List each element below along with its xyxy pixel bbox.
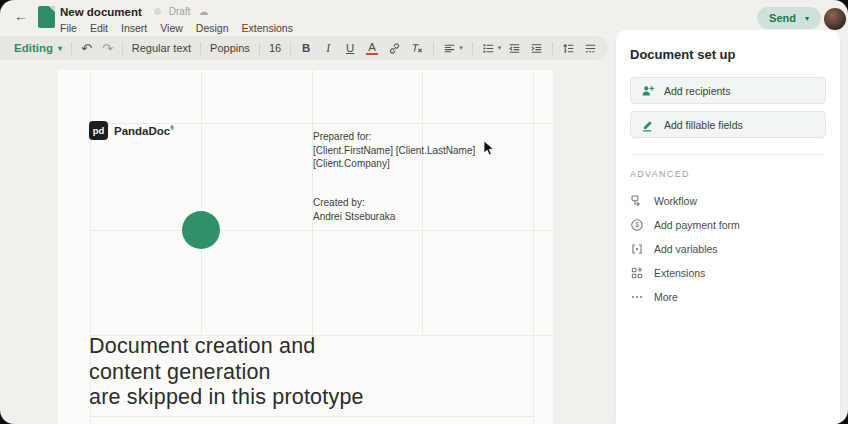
headline-line-3: are skipped in this prototype [89, 385, 364, 411]
cloud-saved-icon: ☁ [198, 7, 208, 17]
menu-design[interactable]: Design [196, 22, 229, 34]
toolbar-divider [122, 42, 123, 55]
status-dot-icon [154, 8, 161, 15]
panel-divider [630, 154, 826, 155]
registered-mark: ® [170, 125, 174, 131]
menu-bar: File Edit Insert View Design Extensions [60, 22, 293, 34]
created-by-label: Created by: [313, 196, 395, 210]
add-recipients-label: Add recipients [664, 85, 731, 97]
list-dropdown[interactable]: ▾ [482, 42, 502, 55]
indent-icon[interactable] [530, 42, 543, 55]
add-recipients-button[interactable]: Add recipients [630, 77, 826, 104]
mouse-cursor-icon [483, 141, 494, 160]
document-page[interactable]: pd PandaDoc® Prepared for: [Client.First… [58, 70, 553, 424]
app-window: ← New document Draft ☁ File Edit Insert … [0, 0, 848, 424]
undo-icon[interactable]: ↶ [81, 41, 92, 56]
more-label: More [654, 291, 678, 303]
toolbar-divider [200, 42, 201, 55]
panel-title: Document set up [630, 47, 826, 62]
workflow-item[interactable]: Workflow [630, 189, 826, 213]
client-company-variable: [Client.Company] [313, 157, 475, 171]
more-icon [630, 290, 644, 304]
extensions-item[interactable]: Extensions [630, 261, 826, 285]
toolbar-divider [472, 42, 473, 55]
bold-button[interactable]: B [300, 42, 312, 54]
menu-file[interactable]: File [60, 22, 77, 34]
workflow-label: Workflow [654, 195, 697, 207]
user-avatar[interactable] [824, 8, 846, 30]
toolbar-divider [552, 42, 553, 55]
back-icon[interactable]: ← [14, 8, 28, 24]
send-chevron-down-icon[interactable]: ▾ [805, 14, 809, 23]
send-button[interactable]: Send ▾ [757, 7, 821, 29]
line-spacing-icon[interactable] [562, 42, 575, 55]
document-icon [38, 6, 55, 28]
headline-text[interactable]: Document creation and content generation… [89, 334, 364, 411]
prepared-for-label: Prepared for: [313, 130, 475, 144]
title-area: New document Draft ☁ File Edit Insert Vi… [60, 5, 293, 34]
pandadoc-logo[interactable]: pd PandaDoc® [89, 121, 174, 140]
menu-edit[interactable]: Edit [90, 22, 108, 34]
extensions-label: Extensions [654, 267, 705, 279]
add-recipients-icon [641, 84, 655, 98]
add-variables-item[interactable]: Add variables [630, 237, 826, 261]
extensions-icon [630, 266, 644, 280]
more-item[interactable]: More [630, 285, 826, 309]
font-family-dropdown[interactable]: Poppins [210, 42, 250, 54]
add-variables-label: Add variables [654, 243, 718, 255]
add-payment-form-label: Add payment form [654, 219, 740, 231]
fillable-fields-icon [641, 118, 655, 132]
grid-line [201, 70, 202, 335]
variables-icon [630, 242, 644, 256]
toolbar-divider [433, 42, 434, 55]
clear-formatting-icon[interactable] [411, 42, 424, 55]
editing-mode-label: Editing [14, 42, 53, 54]
editing-mode-dropdown[interactable]: Editing ▾ [14, 42, 62, 54]
send-label: Send [769, 12, 796, 24]
redo-icon[interactable]: ↷ [102, 41, 113, 56]
text-color-button[interactable]: A [366, 41, 378, 55]
add-fillable-fields-button[interactable]: Add fillable fields [630, 111, 826, 138]
grid-line [90, 416, 533, 417]
pandadoc-logo-text: PandaDoc® [114, 125, 174, 137]
format-group: B I U A [300, 41, 424, 55]
editing-chevron-down-icon: ▾ [58, 44, 62, 53]
document-title[interactable]: New document [60, 6, 142, 18]
formatting-toolbar: Editing ▾ ↶ ↷ Regular text Poppins 16 B … [0, 36, 608, 60]
add-fillable-fields-label: Add fillable fields [664, 119, 743, 131]
toolbar-divider [71, 42, 72, 55]
workflow-icon [630, 194, 644, 208]
client-name-variables: [Client.FirstName] [Client.LastName] [313, 144, 475, 158]
created-by-block[interactable]: Created by: Andrei Stseburaka [313, 196, 395, 223]
green-circle-shape[interactable] [182, 211, 220, 249]
add-payment-form-item[interactable]: $ Add payment form [630, 213, 826, 237]
pandadoc-monogram-icon: pd [89, 121, 108, 140]
menu-extensions[interactable]: Extensions [242, 22, 293, 34]
grid-line [422, 70, 423, 335]
author-name: Andrei Stseburaka [313, 210, 395, 224]
status-badge: Draft [169, 6, 191, 17]
top-bar: ← New document Draft ☁ File Edit Insert … [0, 0, 848, 34]
advanced-section-label: ADVANCED [630, 169, 826, 179]
list-chevron-down-icon: ▾ [498, 44, 502, 52]
align-chevron-down-icon: ▾ [459, 44, 463, 52]
outdent-icon[interactable] [508, 42, 521, 55]
toolbar-divider [259, 42, 260, 55]
italic-button[interactable]: I [322, 42, 334, 54]
grid-line [90, 230, 553, 231]
headline-line-2: content generation [89, 360, 364, 386]
prepared-for-block[interactable]: Prepared for: [Client.FirstName] [Client… [313, 130, 475, 171]
document-setup-panel: Document set up Add recipients Add filla… [616, 30, 840, 424]
svg-text:$: $ [635, 221, 639, 228]
font-size-dropdown[interactable]: 16 [269, 42, 281, 54]
paragraph-spacing-icon[interactable] [584, 42, 597, 55]
text-style-dropdown[interactable]: Regular text [132, 42, 191, 54]
link-icon[interactable] [388, 42, 401, 55]
align-dropdown[interactable]: ▾ [443, 42, 463, 55]
toolbar-divider [290, 42, 291, 55]
payment-icon: $ [630, 218, 644, 232]
underline-button[interactable]: U [344, 42, 356, 54]
menu-view[interactable]: View [160, 22, 183, 34]
menu-insert[interactable]: Insert [121, 22, 147, 34]
headline-line-1: Document creation and [89, 334, 364, 360]
